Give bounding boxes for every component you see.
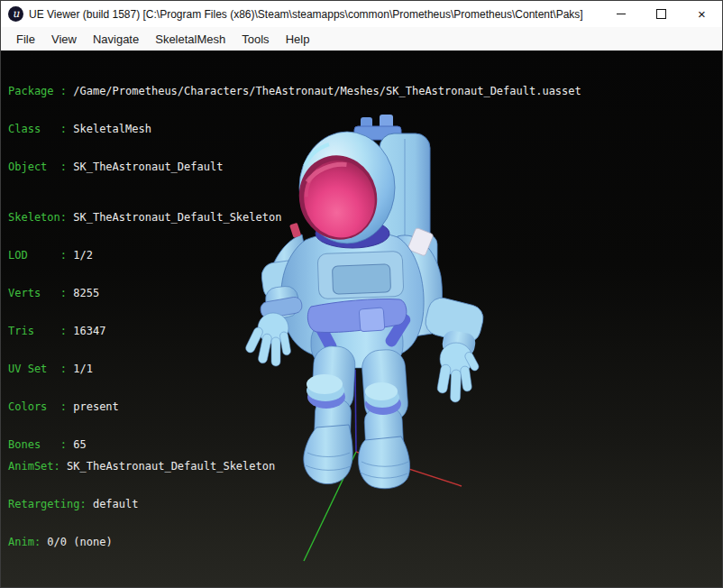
info-label: Verts : [8,287,73,299]
menu-item-skeletalmesh[interactable]: SkeletalMesh [147,28,233,51]
info-value: 1/1 [73,363,93,375]
anim-label: Retargeting: [8,498,93,510]
mesh-info-overlay: Package : /Game/Prometheus/Characters/Th… [8,60,581,476]
close-icon: × [698,7,706,21]
info-row: LOD : 1/2 [8,249,581,262]
maximize-icon [656,9,666,19]
anim-label: AnimSet: [8,460,67,473]
info-value: 8255 [73,287,99,299]
info-label: Package : [8,85,73,97]
info-row: Colors : present [8,400,581,413]
menu-item-tools[interactable]: Tools [233,28,277,51]
info-value: SkeletalMesh [73,123,151,135]
info-value: /Game/Prometheus/Characters/TheAstronaut… [73,85,581,97]
anim-label: Anim: [8,536,47,548]
viewport-3d[interactable]: Package : /Game/Prometheus/Characters/Th… [1,51,722,587]
info-row: UV Set : 1/1 [8,363,581,375]
info-row: Skeleton: SK_TheAstronaut_Default_Skelet… [8,211,581,224]
anim-value: 0/0 (none) [47,536,112,548]
menubar: File View Navigate SkeletalMesh Tools He… [1,27,722,51]
anim-value: default [93,498,139,510]
info-value: SK_TheAstronaut_Default_Skeleton [73,211,281,224]
menu-item-navigate[interactable]: Navigate [85,28,147,51]
info-label: Class : [8,123,73,135]
info-value: SK_TheAstronaut_Default [73,161,223,173]
anim-row: Retargeting: default [8,498,275,510]
info-row: Class : SkeletalMesh [8,123,581,135]
info-label: Colors : [8,400,73,413]
menu-item-view[interactable]: View [43,28,85,51]
info-value: present [73,400,119,413]
info-row: Verts : 8255 [8,287,581,299]
close-button[interactable]: × [682,1,722,27]
info-value: 1/2 [73,249,93,262]
info-row: Object : SK_TheAstronaut_Default [8,161,581,173]
info-value: 16347 [73,325,105,337]
info-label: Object : [8,161,73,173]
window-title: UE Viewer (build 1587) [C:\Program Files… [29,8,600,21]
info-label: Tris : [8,325,73,337]
app-icon: u [8,6,23,22]
minimize-button[interactable] [600,1,641,27]
anim-value: SK_TheAstronaut_Default_Skeleton [67,460,275,473]
info-row: Tris : 16347 [8,325,581,337]
info-label: LOD : [8,249,73,262]
ue-viewer-window: u UE Viewer (build 1587) [C:\Program Fil… [0,0,723,588]
anim-row: AnimSet: SK_TheAstronaut_Default_Skeleto… [8,460,275,473]
anim-info-overlay: AnimSet: SK_TheAstronaut_Default_Skeleto… [8,435,275,574]
info-label: UV Set : [8,363,73,375]
titlebar[interactable]: u UE Viewer (build 1587) [C:\Program Fil… [1,1,722,27]
menu-item-help[interactable]: Help [278,28,318,51]
menu-item-file[interactable]: File [8,28,43,51]
info-row: Package : /Game/Prometheus/Characters/Th… [8,85,581,97]
minimize-icon [617,14,626,14]
anim-row: Anim: 0/0 (none) [8,536,275,548]
maximize-button[interactable] [641,1,682,27]
info-label: Skeleton: [8,211,73,224]
